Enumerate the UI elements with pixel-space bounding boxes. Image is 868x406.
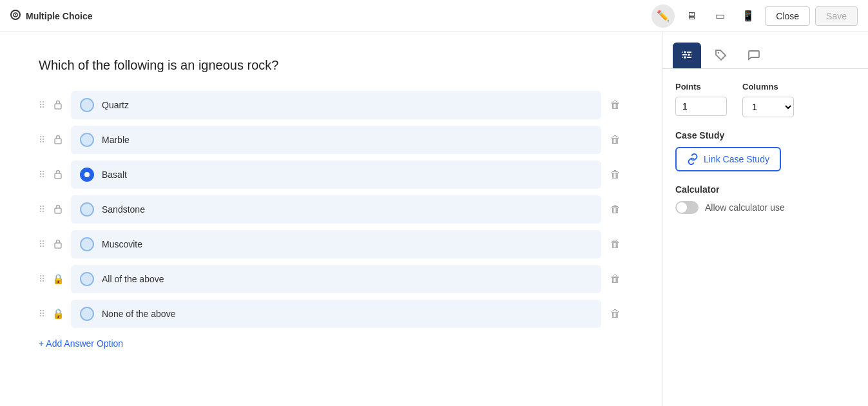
drag-handle[interactable]: ⠿ <box>39 204 45 215</box>
desktop-icon-btn[interactable]: 🖥 <box>680 5 703 28</box>
drag-handle[interactable]: ⠿ <box>39 135 45 145</box>
svg-point-14 <box>718 52 719 53</box>
delete-answer-button[interactable]: 🗑 <box>608 166 623 183</box>
calculator-row: Allow calculator use <box>675 201 855 214</box>
answer-row: Sandstone <box>71 195 601 224</box>
calculator-section: Calculator Allow calculator use <box>675 184 855 214</box>
answer-text: All of the above <box>102 274 164 284</box>
unlock-icon <box>52 204 64 216</box>
add-answer-option-button[interactable]: + Add Answer Option <box>39 338 123 349</box>
svg-point-13 <box>684 55 687 59</box>
question-type-label: Multiple Choice <box>10 10 92 22</box>
link-case-study-button[interactable]: Link Case Study <box>675 147 781 171</box>
answer-item: ⠿ Quartz 🗑 <box>39 91 623 119</box>
answer-row: Basalt <box>71 160 601 189</box>
toggle-knob <box>677 202 687 213</box>
question-type-text: Multiple Choice <box>26 11 92 21</box>
main-layout: Which of the following is an igneous roc… <box>0 32 868 406</box>
answer-row: All of the above <box>71 265 601 293</box>
answer-text: Marble <box>102 135 130 145</box>
tablet-icon-btn[interactable]: ▭ <box>708 5 731 28</box>
drag-handle[interactable]: ⠿ <box>39 309 45 319</box>
svg-rect-3 <box>55 104 61 109</box>
radio-button[interactable] <box>80 307 94 321</box>
tab-comment[interactable] <box>740 43 768 68</box>
case-study-label: Case Study <box>675 130 855 140</box>
right-sidebar: Points Columns 1 2 3 4 Case Study <box>662 32 868 406</box>
drag-handle[interactable]: ⠿ <box>39 169 45 180</box>
svg-rect-6 <box>55 208 61 213</box>
delete-answer-button[interactable]: 🗑 <box>608 97 623 113</box>
answer-row: None of the above <box>71 300 601 328</box>
delete-answer-button[interactable]: 🗑 <box>608 305 623 322</box>
answer-item: ⠿ Muscovite 🗑 <box>39 230 623 258</box>
calculator-toggle-label: Allow calculator use <box>705 202 785 213</box>
points-label: Points <box>675 82 727 92</box>
save-button[interactable]: Save <box>815 6 858 26</box>
answer-list: ⠿ Quartz 🗑 ⠿ <box>39 91 623 328</box>
svg-rect-4 <box>55 139 61 144</box>
answer-text: Quartz <box>102 100 129 110</box>
radio-button[interactable] <box>80 98 94 112</box>
unlock-icon <box>52 99 64 111</box>
answer-item: ⠿ Basalt 🗑 <box>39 160 623 189</box>
top-bar: Multiple Choice ✏️ 🖥 ▭ 📱 Close Save <box>0 0 868 32</box>
svg-point-2 <box>15 14 16 15</box>
radio-inner <box>84 172 90 177</box>
svg-point-11 <box>684 50 687 53</box>
answer-row: Marble <box>71 126 601 154</box>
columns-group: Columns 1 2 3 4 <box>742 82 794 117</box>
answer-item: ⠿ Sandstone 🗑 <box>39 195 623 224</box>
lock-icon: 🔒 <box>52 308 64 320</box>
answer-item: ⠿ 🔒 All of the above 🗑 <box>39 265 623 293</box>
answer-text: Sandstone <box>102 204 145 215</box>
svg-rect-5 <box>55 173 61 179</box>
target-icon <box>10 10 21 22</box>
toolbar-icons: ✏️ 🖥 ▭ 📱 Close Save <box>651 5 858 28</box>
content-area: Which of the following is an igneous roc… <box>0 32 662 406</box>
svg-rect-7 <box>55 243 61 248</box>
answer-row: Muscovite <box>71 230 601 258</box>
points-input[interactable] <box>675 97 727 116</box>
unlock-icon <box>52 238 64 251</box>
tab-settings[interactable] <box>673 43 701 68</box>
drag-handle[interactable]: ⠿ <box>39 100 45 110</box>
sidebar-tabs <box>662 32 868 69</box>
mobile-icon-btn[interactable]: 📱 <box>737 5 760 28</box>
unlock-icon <box>52 134 64 146</box>
close-button[interactable]: Close <box>765 6 810 26</box>
answer-item: ⠿ 🔒 None of the above 🗑 <box>39 300 623 328</box>
points-group: Points <box>675 82 727 117</box>
unlock-icon <box>52 169 64 181</box>
radio-button[interactable] <box>80 168 94 182</box>
question-title: Which of the following is an igneous roc… <box>39 58 623 73</box>
answer-text: Muscovite <box>102 239 142 249</box>
delete-answer-button[interactable]: 🗑 <box>608 236 623 253</box>
columns-select[interactable]: 1 2 3 4 <box>742 97 794 117</box>
radio-button[interactable] <box>80 133 94 147</box>
delete-answer-button[interactable]: 🗑 <box>608 271 623 287</box>
calculator-toggle[interactable] <box>675 201 699 214</box>
drag-handle[interactable]: ⠿ <box>39 274 45 284</box>
delete-answer-button[interactable]: 🗑 <box>608 131 623 148</box>
answer-text: Basalt <box>102 169 127 180</box>
sidebar-content: Points Columns 1 2 3 4 Case Study <box>662 69 868 227</box>
answer-item: ⠿ Marble 🗑 <box>39 126 623 154</box>
columns-label: Columns <box>742 82 794 92</box>
radio-button[interactable] <box>80 237 94 251</box>
edit-icon-btn[interactable]: ✏️ <box>651 5 675 28</box>
answer-text: None of the above <box>102 309 175 319</box>
radio-button[interactable] <box>80 272 94 286</box>
calculator-label: Calculator <box>675 184 855 195</box>
answer-row: Quartz <box>71 91 601 119</box>
tab-tag[interactable] <box>706 43 735 68</box>
delete-answer-button[interactable]: 🗑 <box>608 201 623 218</box>
link-case-study-label: Link Case Study <box>704 154 769 164</box>
points-columns-row: Points Columns 1 2 3 4 <box>675 82 855 117</box>
radio-button[interactable] <box>80 202 94 217</box>
drag-handle[interactable]: ⠿ <box>39 239 45 249</box>
lock-icon: 🔒 <box>52 273 64 285</box>
svg-point-12 <box>688 53 691 56</box>
